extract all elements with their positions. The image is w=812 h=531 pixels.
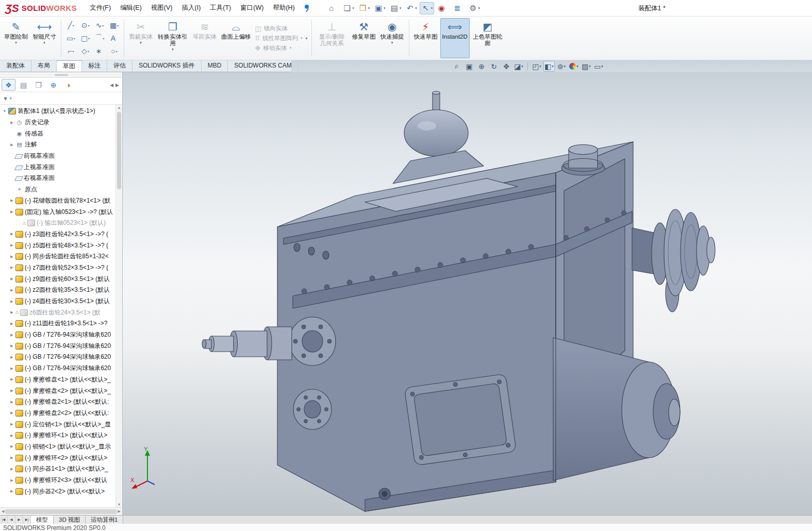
expand-arrow-icon[interactable]: ▶	[9, 367, 15, 371]
filter-funnel-icon[interactable]: ▼	[3, 95, 8, 102]
dropdown-caret-icon[interactable]: ▾	[589, 64, 591, 69]
expand-arrow-icon[interactable]: ▶	[9, 422, 15, 426]
command-tab[interactable]: SOLIDWORKS 插件	[132, 60, 202, 72]
dropdown-caret-icon[interactable]: ▾	[601, 64, 603, 69]
dropdown-caret-icon[interactable]: ▾	[384, 6, 386, 10]
tab-nav-icon[interactable]: ◀	[8, 516, 15, 524]
dropdown-caret-icon[interactable]: ▾	[140, 40, 142, 45]
dimxpertmanager-tab[interactable]: ⊕	[46, 79, 60, 91]
undo-icon[interactable]: ↶▾	[404, 2, 419, 14]
tree-item[interactable]: ▶ ⚠ (-) 摩擦锥盘<1> (默认<<默认>_	[0, 374, 115, 386]
expand-arrow-icon[interactable]: ▶	[9, 355, 15, 359]
mirror-entities-button[interactable]: ◫ 镜向实体 ▾	[255, 25, 303, 32]
dropdown-caret-icon[interactable]: ▾	[103, 37, 104, 40]
tree-item[interactable]: ⚠ 上视基准面	[0, 161, 115, 173]
tree-item[interactable]: ▶ ⚠ (-) 摩擦锥环<1> (默认<<默认>	[0, 430, 115, 441]
tab-nav-icon[interactable]: ▶|	[23, 516, 31, 524]
expand-arrow-icon[interactable]: ▶	[9, 198, 15, 203]
tree-item[interactable]: ▶ ⚠ (-) GB / T276-94深沟球轴承620	[0, 363, 115, 374]
configurationmanager-tab[interactable]: ❒	[31, 79, 45, 91]
dropdown-caret-icon[interactable]: ▾	[415, 6, 417, 10]
tree-item[interactable]: ▼ ⚠ 装配体1 (默认<显示状态-1>)	[0, 106, 115, 117]
displaymanager-tab[interactable]: ◑	[61, 79, 75, 91]
bottom-tab[interactable]: 运动算例1	[86, 516, 123, 524]
dropdown-caret-icon[interactable]: ▾	[15, 40, 17, 45]
tree-item[interactable]: ▶ ⚠ ▤ 注解	[0, 139, 115, 151]
menu-item[interactable]: 窗口(W)	[236, 0, 268, 16]
menu-item[interactable]: 帮助(H)	[268, 0, 299, 16]
home-icon[interactable]: ⌂▾	[325, 2, 340, 14]
sketch-button[interactable]: ✎ 草图绘制 ▾	[2, 18, 30, 58]
convert-entities-button[interactable]: ❐ 转换实体引用 ▾	[155, 18, 190, 58]
fillet-tool[interactable]: ⌐▾	[64, 45, 78, 58]
menu-item[interactable]: 插入(I)	[177, 0, 206, 16]
select-cursor-icon[interactable]: ↖▾	[420, 2, 435, 14]
tree-item[interactable]: ▶ ⚠ (-) 摩擦锥环<2> (默认<<默认>	[0, 452, 115, 463]
tree-item[interactable]: ▶ ⚠ (-) 花键毂圆柱齿轮78×1<1> (默	[0, 195, 115, 207]
tree-item[interactable]: ▶ ⚠ (-) z9圆柱齿轮60×3.5<1> (默认	[0, 273, 115, 285]
open-icon[interactable]: ❒▾	[357, 2, 372, 14]
command-tab[interactable]: 草图	[57, 60, 82, 72]
command-tab[interactable]: SOLIDWORKS CAM	[228, 60, 298, 72]
zoom-inout-icon[interactable]: ⊕▾	[476, 61, 487, 72]
tree-item[interactable]: ▶ ⚠ (-) 摩擦锥盘2<1> (默认<<默认:	[0, 396, 115, 408]
rotate-view-icon[interactable]: ↻▾	[488, 61, 500, 72]
slot-tool[interactable]: ▢▾	[78, 32, 92, 45]
tree-item[interactable]: ▶ ⚠ (-) z11圆柱齿轮19×3.5<1> ->?	[0, 318, 115, 329]
command-tab[interactable]: 布局	[31, 60, 57, 72]
command-tab[interactable]: 标注	[82, 60, 107, 72]
dropdown-caret-icon[interactable]: ▾	[576, 64, 578, 69]
dropdown-caret-icon[interactable]: ▾	[431, 6, 433, 10]
display-style-icon[interactable]: ◧▾	[543, 61, 555, 72]
dropdown-caret-icon[interactable]: ▾	[352, 6, 354, 10]
instant2d-button[interactable]: ⟺ Instant2D ▾	[440, 18, 470, 58]
expand-arrow-icon[interactable]: ▶	[9, 310, 15, 314]
expand-arrow-icon[interactable]: ▶	[9, 456, 15, 460]
filter-dropdown-icon[interactable]: ▾	[10, 96, 12, 101]
tree-item[interactable]: ▶ ⚠ (-) 摩擦锥环2<3> (默认<<默认	[0, 475, 115, 486]
dropdown-caret-icon[interactable]: ▾	[172, 47, 174, 52]
graphics-viewport[interactable]: Y X	[123, 72, 812, 515]
expand-arrow-icon[interactable]: ▶	[9, 389, 15, 393]
tab-nav-icon[interactable]: ▶	[15, 516, 23, 524]
section-view-icon[interactable]: ◪▾	[513, 61, 524, 72]
dropdown-caret-icon[interactable]: ▾	[539, 64, 541, 69]
rapid-sketch-button[interactable]: ⚡ 快速草图 ▾	[412, 18, 440, 58]
rectangle-tool[interactable]: ▭▾	[64, 32, 78, 45]
tree-item[interactable]: ▶ ⚠ (-) z2圆柱齿轮35×3.5<1> (默认	[0, 285, 115, 296]
tree-item[interactable]: ▶ ⚠ (-) 摩擦锥盘2<2> (默认<<默认:	[0, 408, 115, 419]
pane-scroll-left-icon[interactable]: ◀	[110, 82, 113, 88]
dropdown-caret-icon[interactable]: ▾	[400, 6, 402, 10]
tree-item[interactable]: ▶ ⚠ (固定) 输入轴0523<1> ->? (默认	[0, 206, 115, 218]
tree-item[interactable]: ▶ ⚠ (-) z3圆柱齿轮42×3.5<1> ->? (	[0, 229, 115, 240]
rebuild-icon[interactable]: ◉▾	[435, 2, 450, 14]
linear-pattern-button[interactable]: ⠿ 线性草图阵列 ▾	[255, 35, 303, 42]
dropdown-caret-icon[interactable]: ▾	[102, 24, 104, 27]
spline-tool[interactable]: ∿▾	[93, 19, 107, 32]
dropdown-caret-icon[interactable]: ▾	[289, 46, 291, 50]
expand-arrow-icon[interactable]: ▼	[2, 109, 8, 113]
tree-item[interactable]: ⚠ 前视基准面	[0, 151, 115, 162]
command-tab[interactable]: 装配体	[0, 60, 31, 72]
tree-vertical-scrollbar[interactable]: ▲ ▼	[115, 105, 122, 507]
gearbox-model[interactable]	[123, 72, 812, 515]
scroll-down-icon[interactable]: ▼	[116, 503, 122, 506]
zoom-fit-icon[interactable]: ⌕▾	[451, 61, 462, 72]
dropdown-caret-icon[interactable]: ▾	[301, 36, 303, 40]
hide-show-items-icon[interactable]: ⊚▾	[556, 61, 567, 72]
expand-arrow-icon[interactable]: ▶	[9, 121, 15, 125]
dropdown-caret-icon[interactable]: ▾	[43, 40, 45, 45]
repair-sketch-button[interactable]: ⚒ 修复草图 ▾	[350, 18, 378, 58]
menu-item[interactable]: 编辑(E)	[115, 0, 146, 16]
scroll-thumb[interactable]	[5, 509, 117, 514]
expand-arrow-icon[interactable]: ▶	[9, 266, 15, 270]
view-settings-icon[interactable]: ▭▾	[593, 61, 604, 72]
panel-collapse-handle[interactable]	[0, 72, 122, 78]
dropdown-caret-icon[interactable]: ▾	[521, 64, 523, 69]
move-entities-button[interactable]: ✥ 移动实体 ▾	[255, 44, 303, 52]
dropdown-caret-icon[interactable]: ▾	[391, 40, 393, 45]
tree-item[interactable]: ▶ ⚠ (-) z7圆柱齿轮52×3.5<1> ->? (	[0, 262, 115, 274]
command-tab[interactable]: 评估	[107, 60, 132, 72]
expand-arrow-icon[interactable]: ▶	[9, 210, 15, 214]
expand-arrow-icon[interactable]: ▶	[9, 444, 15, 449]
